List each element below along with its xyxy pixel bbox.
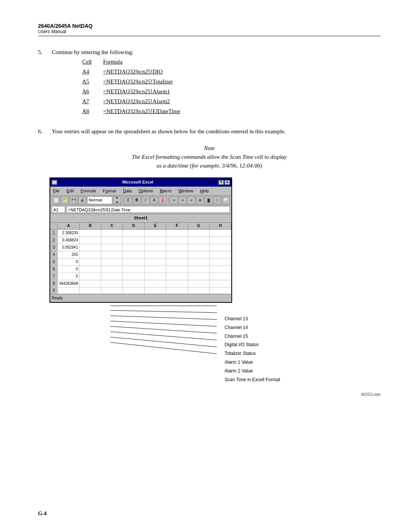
cell-e9[interactable] [145, 288, 166, 294]
cell-h6[interactable] [210, 266, 231, 273]
align-left-button[interactable]: ≡ [170, 197, 178, 204]
cell-c1[interactable] [101, 230, 123, 237]
menu-options[interactable]: Options [137, 187, 154, 195]
cell-f8[interactable] [166, 280, 188, 288]
cell-g3[interactable] [188, 244, 210, 251]
cell-b4[interactable] [80, 251, 101, 259]
cell-e5[interactable] [145, 259, 166, 266]
col-header-a[interactable]: A [58, 223, 80, 230]
cell-a5[interactable]: 0 [58, 259, 80, 266]
cell-g1[interactable] [188, 230, 210, 237]
font-size-arrow[interactable]: ▲▼ [113, 197, 121, 204]
font-size-button[interactable]: A [150, 197, 158, 204]
cell-c3[interactable] [101, 244, 123, 251]
formula-input[interactable]: =NETDAQ32|bcn25!ELDate Time [67, 206, 230, 213]
new-button[interactable]: 📄 [52, 197, 60, 204]
cell-c6[interactable] [101, 266, 123, 273]
cell-e4[interactable] [145, 251, 166, 259]
cell-b2[interactable] [80, 237, 101, 244]
sigma-button[interactable]: Σ [124, 197, 132, 204]
cell-g7[interactable] [188, 273, 210, 280]
borders-button[interactable]: ⊞ [196, 197, 204, 204]
cell-d9[interactable] [123, 288, 145, 294]
col-header-f[interactable]: F [166, 223, 188, 230]
cell-f5[interactable] [166, 259, 188, 266]
menu-data[interactable]: Data [122, 187, 133, 195]
cell-e6[interactable] [145, 266, 166, 273]
cell-h9[interactable] [210, 288, 231, 294]
menu-file[interactable]: File [52, 187, 61, 195]
cell-b1[interactable] [80, 230, 101, 237]
font-color-button[interactable]: A [159, 197, 167, 204]
col-header-d[interactable]: D [123, 223, 145, 230]
cell-d1[interactable] [123, 230, 145, 237]
cell-reference-box[interactable]: A1 [52, 206, 65, 213]
cell-d5[interactable] [123, 259, 145, 266]
cell-f6[interactable] [166, 266, 188, 273]
col-header-h[interactable]: H [210, 223, 231, 230]
cell-c2[interactable] [101, 237, 123, 244]
cell-f1[interactable] [166, 230, 188, 237]
cell-c4[interactable] [101, 251, 123, 259]
menu-window[interactable]: Window [177, 187, 194, 195]
menu-macro[interactable]: Macro [159, 187, 173, 195]
cell-d2[interactable] [123, 237, 145, 244]
maximize-button[interactable]: ▲ [225, 180, 230, 185]
cell-g4[interactable] [188, 251, 210, 259]
pattern-button[interactable]: ▓ [205, 197, 213, 204]
cell-a3[interactable]: 0.952941 [58, 244, 80, 251]
cell-d6[interactable] [123, 266, 145, 273]
cell-f7[interactable] [166, 273, 188, 280]
cell-a9[interactable] [58, 288, 80, 294]
menu-help[interactable]: Help [199, 187, 210, 195]
cell-b5[interactable] [80, 259, 101, 266]
cell-d3[interactable] [123, 244, 145, 251]
col-header-g[interactable]: G [188, 223, 210, 230]
cell-f4[interactable] [166, 251, 188, 259]
cell-b7[interactable] [80, 273, 101, 280]
cell-a2[interactable]: 0.458824 [58, 237, 80, 244]
cell-b3[interactable] [80, 244, 101, 251]
format-button[interactable]: □ [213, 197, 221, 204]
minimize-button[interactable]: ▼ [218, 180, 224, 185]
bold-button[interactable]: B [133, 197, 141, 204]
cell-h1[interactable] [210, 230, 231, 237]
cell-g8[interactable] [188, 280, 210, 288]
col-header-e[interactable]: E [145, 223, 166, 230]
cell-d8[interactable] [123, 280, 145, 288]
cell-f3[interactable] [166, 244, 188, 251]
col-header-b[interactable]: B [80, 223, 101, 230]
cell-e3[interactable] [145, 244, 166, 251]
cell-a4[interactable]: 255 [58, 251, 80, 259]
save-button[interactable]: 💾 [69, 197, 78, 204]
menu-formula[interactable]: Formula [80, 187, 97, 195]
cell-g6[interactable] [188, 266, 210, 273]
cell-e8[interactable] [145, 280, 166, 288]
cell-g5[interactable] [188, 259, 210, 266]
font-name-box[interactable]: Normal [87, 197, 112, 204]
cell-b6[interactable] [80, 266, 101, 273]
cell-e7[interactable] [145, 273, 166, 280]
print-button[interactable]: 🖨 [78, 197, 86, 204]
cell-f2[interactable] [166, 237, 188, 244]
cell-c5[interactable] [101, 259, 123, 266]
cell-g9[interactable] [188, 288, 210, 294]
cell-c7[interactable] [101, 273, 123, 280]
cell-b8[interactable] [80, 280, 101, 288]
cell-a8[interactable]: 344263848 [58, 280, 80, 288]
cell-h4[interactable] [210, 251, 231, 259]
cell-g2[interactable] [188, 237, 210, 244]
cell-a7[interactable]: 0 [58, 273, 80, 280]
align-center-button[interactable]: ≡ [179, 197, 187, 204]
cell-c9[interactable] [101, 288, 123, 294]
align-right-button[interactable]: ≡ [187, 197, 195, 204]
cell-e2[interactable] [145, 237, 166, 244]
cell-h2[interactable] [210, 237, 231, 244]
cell-h7[interactable] [210, 273, 231, 280]
cell-h3[interactable] [210, 244, 231, 251]
cell-h5[interactable] [210, 259, 231, 266]
cell-d7[interactable] [123, 273, 145, 280]
cell-f9[interactable] [166, 288, 188, 294]
cell-d4[interactable] [123, 251, 145, 259]
cell-a6[interactable]: 0 [58, 266, 80, 273]
